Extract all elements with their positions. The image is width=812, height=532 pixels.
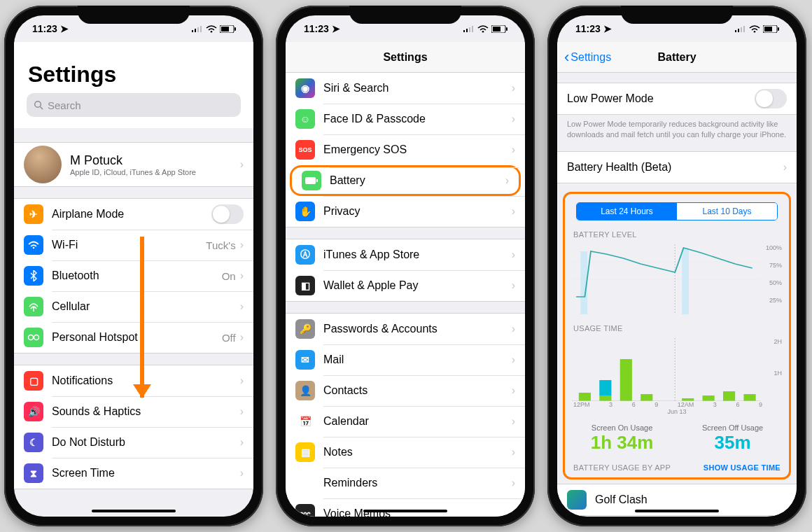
privacy-icon: ✋ <box>295 202 315 221</box>
notes-icon: ▤ <box>295 442 315 462</box>
row-label: Do Not Disturb <box>52 436 240 449</box>
signal-icon <box>735 25 746 32</box>
chevron-right-icon: › <box>512 144 515 156</box>
battery-icon <box>491 25 508 33</box>
row-bluetooth[interactable]: Bluetooth On › <box>14 260 253 291</box>
svg-rect-43 <box>640 394 652 401</box>
battery-icon <box>302 171 321 190</box>
airplane-icon: ✈︎ <box>24 204 43 224</box>
apple-id-row[interactable]: M Potuck Apple ID, iCloud, iTunes & App … <box>14 143 253 186</box>
home-indicator[interactable] <box>92 510 176 512</box>
search-input[interactable]: Search <box>27 93 241 117</box>
show-usage-time-link[interactable]: SHOW USAGE TIME <box>704 463 780 472</box>
chevron-right-icon: › <box>240 331 244 344</box>
wifi-icon <box>206 25 217 33</box>
chevron-right-icon: › <box>240 405 244 418</box>
svg-rect-3 <box>200 26 202 32</box>
chevron-right-icon: › <box>512 477 515 489</box>
tab-last-24-hours[interactable]: Last 24 Hours <box>577 203 677 220</box>
chevron-right-icon: › <box>240 270 244 282</box>
svg-rect-24 <box>738 29 739 32</box>
row-notes[interactable]: ▤Notes› <box>286 437 525 468</box>
home-indicator[interactable] <box>363 510 447 512</box>
row-sounds[interactable]: 🔊 Sounds & Haptics › <box>14 396 253 427</box>
row-mail[interactable]: ✉︎Mail› <box>286 344 525 375</box>
notch <box>621 6 733 24</box>
phone-frame-2: 11:23➤ Settings ◉Siri & Search› ☺Face ID… <box>276 6 535 526</box>
row-label: Siri & Search <box>323 82 512 94</box>
chevron-right-icon: › <box>240 467 244 479</box>
row-contacts[interactable]: 👤Contacts› <box>286 375 525 406</box>
row-itunes[interactable]: ⒶiTunes & App Store› <box>286 239 525 270</box>
location-icon: ➤ <box>60 23 69 34</box>
settings-group-general: ▢ Notifications › 🔊 Sounds & Haptics › ☾… <box>14 365 253 489</box>
row-label: Sounds & Haptics <box>52 405 240 418</box>
calendar-icon: 📅 <box>295 412 315 431</box>
svg-rect-6 <box>221 27 229 31</box>
row-battery[interactable]: Battery› <box>290 165 521 196</box>
low-power-footnote: Low Power Mode temporarily reduces backg… <box>557 115 797 140</box>
nav-title: Battery <box>657 51 696 64</box>
signal-icon <box>192 25 203 32</box>
airplane-switch[interactable] <box>211 204 244 224</box>
back-button[interactable]: ‹ Settings <box>564 42 611 73</box>
row-label: Airplane Mode <box>52 208 211 220</box>
svg-rect-47 <box>743 394 755 401</box>
wifi-icon <box>24 235 43 255</box>
phone-frame-1: 11:23 ➤ Settings Search <box>4 6 263 526</box>
row-airplane-mode[interactable]: ✈︎ Airplane Mode <box>14 199 253 230</box>
chevron-right-icon: › <box>505 174 509 187</box>
svg-rect-13 <box>463 30 465 32</box>
row-siri[interactable]: ◉Siri & Search› <box>286 73 525 104</box>
usage-time-header: USAGE TIME <box>566 314 788 335</box>
svg-rect-40 <box>599 380 611 396</box>
low-power-switch[interactable] <box>755 89 787 108</box>
chevron-right-icon: › <box>512 415 515 428</box>
row-label: Passwords & Accounts <box>323 323 512 335</box>
hotspot-icon <box>24 328 43 347</box>
svg-point-4 <box>211 30 213 32</box>
svg-point-8 <box>35 102 41 108</box>
row-label: Calendar <box>323 415 512 428</box>
tab-last-10-days[interactable]: Last 10 Days <box>677 203 777 220</box>
row-battery-health[interactable]: Battery Health (Beta) › <box>557 152 797 183</box>
row-personal-hotspot[interactable]: Personal Hotspot Off › <box>14 322 253 353</box>
annotation-arrow-down <box>140 237 144 398</box>
row-emergency-sos[interactable]: SOSEmergency SOS› <box>286 134 525 165</box>
x-axis-labels: 12PM 3 6 9 12AM 3 6 9 <box>566 401 788 408</box>
wallet-icon: ◧ <box>295 276 315 295</box>
svg-rect-14 <box>466 29 468 32</box>
phone-frame-3: 11:23➤ ‹ Settings Battery Low Power Mode… <box>547 6 806 526</box>
sounds-icon: 🔊 <box>24 402 43 421</box>
usage-time-chart: 2H 1H <box>572 338 782 401</box>
screen-3: 11:23➤ ‹ Settings Battery Low Power Mode… <box>557 15 797 517</box>
row-faceid[interactable]: ☺Face ID & Passcode› <box>286 104 525 134</box>
row-reminders[interactable]: ☑︎Reminders› <box>286 468 525 498</box>
row-detail: Tuck's <box>206 239 235 251</box>
app-icon <box>567 490 587 510</box>
row-do-not-disturb[interactable]: ☾ Do Not Disturb › <box>14 427 253 458</box>
row-privacy[interactable]: ✋Privacy› <box>286 196 525 227</box>
location-icon: ➤ <box>603 23 612 34</box>
profile-name: M Potuck <box>70 153 240 168</box>
row-screen-time[interactable]: ⧗ Screen Time › <box>14 458 253 489</box>
row-wifi[interactable]: Wi-Fi Tuck's › <box>14 230 253 260</box>
time-range-segment[interactable]: Last 24 Hours Last 10 Days <box>576 202 778 220</box>
screen-1: 11:23 ➤ Settings Search <box>14 15 253 517</box>
row-voice-memos[interactable]: 〰Voice Memos› <box>286 498 525 517</box>
notch <box>349 6 461 24</box>
row-low-power-mode[interactable]: Low Power Mode <box>557 83 797 114</box>
home-indicator[interactable] <box>635 510 719 512</box>
screen-on-label: Screen On Usage <box>591 424 654 432</box>
svg-rect-45 <box>703 396 715 401</box>
nav-title: Settings <box>383 51 427 64</box>
row-passwords[interactable]: 🔑Passwords & Accounts› <box>286 314 525 344</box>
svg-rect-22 <box>316 179 318 182</box>
row-label: Wallet & Apple Pay <box>323 279 512 292</box>
svg-rect-19 <box>493 27 500 31</box>
svg-point-11 <box>29 335 34 340</box>
row-calendar[interactable]: 📅Calendar› <box>286 406 525 437</box>
svg-rect-16 <box>472 26 473 32</box>
row-cellular[interactable]: Cellular › <box>14 291 253 322</box>
row-wallet[interactable]: ◧Wallet & Apple Pay› <box>286 270 525 301</box>
